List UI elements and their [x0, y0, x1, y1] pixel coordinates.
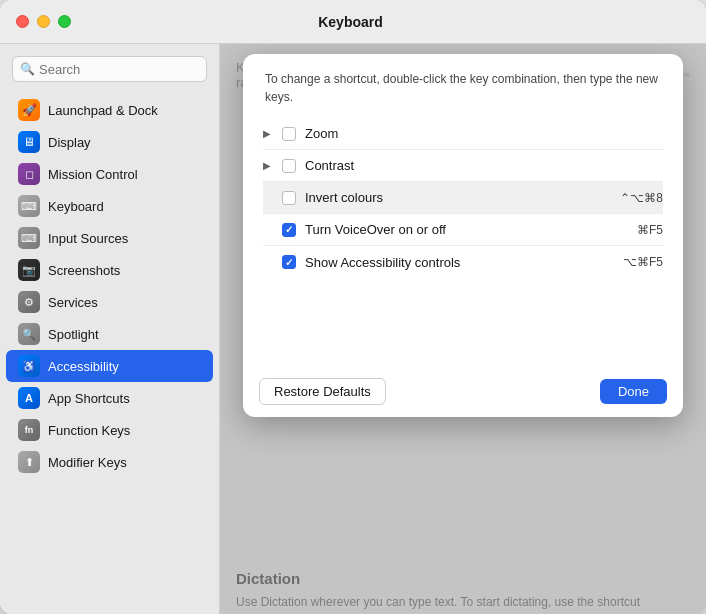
search-input[interactable]	[12, 56, 207, 82]
sidebar-label-modifier: Modifier Keys	[48, 455, 127, 470]
sidebar-item-function-keys[interactable]: fn Function Keys	[6, 414, 213, 446]
search-wrapper: 🔍	[12, 56, 207, 82]
search-container: 🔍	[0, 52, 219, 90]
mission-icon: ◻	[18, 163, 40, 185]
invert-label: Invert colours	[305, 190, 620, 205]
shortcut-row-invert[interactable]: Invert colours ⌃⌥⌘8	[263, 182, 663, 214]
voiceover-shortcut: ⌘F5	[637, 223, 663, 237]
contrast-label: Contrast	[305, 158, 663, 173]
sidebar-item-spotlight[interactable]: 🔍 Spotlight	[6, 318, 213, 350]
services-icon: ⚙	[18, 291, 40, 313]
main-window: Keyboard 🔍 🚀 Launchpad & Dock 🖥	[0, 0, 706, 614]
shortcut-row-show-accessibility[interactable]: Show Accessibility controls ⌥⌘F5	[263, 246, 663, 278]
shortcut-row-voiceover[interactable]: Turn VoiceOver on or off ⌘F5	[263, 214, 663, 246]
sidebar-item-launchpad[interactable]: 🚀 Launchpad & Dock	[6, 94, 213, 126]
right-panel: Key repeat rate Delay until repeat To ch…	[220, 44, 706, 614]
sidebar-label-accessibility: Accessibility	[48, 359, 119, 374]
sidebar-label-app-shortcuts: App Shortcuts	[48, 391, 130, 406]
sidebar: 🔍 🚀 Launchpad & Dock 🖥 Display	[0, 44, 220, 614]
show-accessibility-shortcut: ⌥⌘F5	[623, 255, 663, 269]
shortcut-row-zoom[interactable]: ▶ Zoom	[263, 118, 663, 150]
sidebar-label-screenshots: Screenshots	[48, 263, 120, 278]
sidebar-label-keyboard: Keyboard	[48, 199, 104, 214]
sidebar-label-mission: Mission Control	[48, 167, 138, 182]
checkbox-invert[interactable]	[279, 191, 299, 205]
main-content: 🔍 🚀 Launchpad & Dock 🖥 Display	[0, 44, 706, 614]
sidebar-item-mission-control[interactable]: ◻ Mission Control	[6, 158, 213, 190]
done-button[interactable]: Done	[600, 379, 667, 404]
modal-body: To change a shortcut, double-click the k…	[243, 54, 683, 278]
sidebar-label-launchpad: Launchpad & Dock	[48, 103, 158, 118]
sidebar-item-input-sources[interactable]: ⌨ Input Sources	[6, 222, 213, 254]
accessibility-icon: ♿	[18, 355, 40, 377]
expand-arrow-zoom: ▶	[263, 128, 279, 139]
invert-shortcut: ⌃⌥⌘8	[620, 191, 663, 205]
show-accessibility-label: Show Accessibility controls	[305, 255, 623, 270]
checkbox-voiceover[interactable]	[279, 223, 299, 237]
voiceover-label: Turn VoiceOver on or off	[305, 222, 637, 237]
screenshots-icon: 📷	[18, 259, 40, 281]
modifier-icon: ⬆	[18, 451, 40, 473]
sidebar-label-spotlight: Spotlight	[48, 327, 99, 342]
shortcut-modal: To change a shortcut, double-click the k…	[243, 54, 683, 417]
launchpad-icon: 🚀	[18, 99, 40, 121]
sidebar-item-display[interactable]: 🖥 Display	[6, 126, 213, 158]
search-icon: 🔍	[20, 62, 35, 76]
sidebar-label-services: Services	[48, 295, 98, 310]
invert-checkbox[interactable]	[282, 191, 296, 205]
app-shortcuts-icon: A	[18, 387, 40, 409]
sidebar-item-modifier-keys[interactable]: ⬆ Modifier Keys	[6, 446, 213, 478]
modal-footer: Restore Defaults Done	[243, 366, 683, 417]
shortcut-row-contrast[interactable]: ▶ Contrast	[263, 150, 663, 182]
show-accessibility-checkbox[interactable]	[282, 255, 296, 269]
fn-keys-icon: fn	[18, 419, 40, 441]
zoom-checkbox[interactable]	[282, 127, 296, 141]
spotlight-icon: 🔍	[18, 323, 40, 345]
sidebar-label-fn-keys: Function Keys	[48, 423, 130, 438]
sidebar-item-app-shortcuts[interactable]: A App Shortcuts	[6, 382, 213, 414]
checkbox-contrast[interactable]	[279, 159, 299, 173]
voiceover-checkbox[interactable]	[282, 223, 296, 237]
sidebar-item-screenshots[interactable]: 📷 Screenshots	[6, 254, 213, 286]
titlebar: Keyboard	[0, 0, 706, 44]
window-title: Keyboard	[11, 14, 690, 30]
contrast-checkbox[interactable]	[282, 159, 296, 173]
sidebar-label-input: Input Sources	[48, 231, 128, 246]
input-icon: ⌨	[18, 227, 40, 249]
keyboard-icon: ⌨	[18, 195, 40, 217]
checkbox-zoom[interactable]	[279, 127, 299, 141]
sidebar-item-keyboard[interactable]: ⌨ Keyboard	[6, 190, 213, 222]
restore-defaults-button[interactable]: Restore Defaults	[259, 378, 386, 405]
modal-overlay: To change a shortcut, double-click the k…	[220, 44, 706, 614]
sidebar-label-display: Display	[48, 135, 91, 150]
checkbox-show[interactable]	[279, 255, 299, 269]
sidebar-item-accessibility[interactable]: ♿ Accessibility	[6, 350, 213, 382]
modal-instruction: To change a shortcut, double-click the k…	[263, 70, 663, 106]
zoom-label: Zoom	[305, 126, 663, 141]
expand-arrow-contrast: ▶	[263, 160, 279, 171]
sidebar-item-services[interactable]: ⚙ Services	[6, 286, 213, 318]
display-icon: 🖥	[18, 131, 40, 153]
